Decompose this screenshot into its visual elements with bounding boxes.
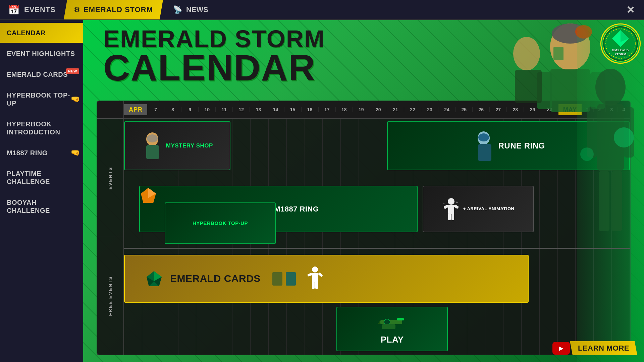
main-layout: CALENDAR EVENT HIGHLIGHTS EMERALD CARDS … (0, 20, 644, 362)
free-events-row-label: FREE EVENTS (97, 237, 123, 355)
sidebar-item-booyah-challenge[interactable]: BOOYAH CHALLENGE (0, 192, 83, 221)
grid-body: EVENTS FREE EVENTS (97, 119, 630, 355)
may-dates: 1234 (582, 107, 630, 112)
apr-date-7: 7 (147, 107, 164, 112)
learn-more-button[interactable]: LEARN MORE (570, 341, 637, 355)
nav-events-section: 📅 EVENTS (0, 0, 64, 19)
svg-marker-60 (378, 320, 380, 324)
sidebar-item-event-highlights[interactable]: EVENT HIGHLIGHTS (0, 44, 83, 64)
hyperbook-topup-label: HYPERBOOK TOP-UP (193, 220, 248, 226)
apr-date-16: 16 (302, 107, 319, 112)
hand-icon-2: 🤜 (71, 148, 80, 157)
nav-active-tab-label: EMERALD STORM (84, 5, 153, 14)
sidebar-item-m1887-ring[interactable]: M1887 RING 🤜 (0, 143, 83, 163)
apr-date-30: 30 (541, 107, 558, 112)
apr-date-8: 8 (164, 107, 181, 112)
svg-rect-39 (448, 205, 454, 214)
title-banner: EMERALD STORM CALENDAR (103, 27, 325, 84)
svg-rect-50 (272, 272, 282, 286)
rune-ring-label: RUNE RING (498, 141, 545, 150)
mystery-shop-label: MYSTERY SHOP (166, 142, 213, 149)
m1887-ring-label: M1887 RING (274, 205, 319, 214)
sidebar-item-emerald-cards[interactable]: EMERALD CARDS NEW (0, 64, 83, 84)
calendar-grid-container: APR 789101112131415161718192021222324252… (97, 101, 631, 355)
apr-date-25: 25 (455, 107, 473, 112)
arrival-animation-event[interactable]: + ✦ + ARRIVAL ANIMATION (423, 186, 534, 232)
mystery-shop-event[interactable]: MYSTERY SHOP (124, 121, 230, 170)
svg-rect-51 (286, 272, 296, 286)
svg-rect-29 (146, 145, 159, 159)
svg-rect-17 (515, 70, 542, 103)
may-label: MAY (558, 104, 582, 115)
hyperbook-topup-event[interactable]: HYPERBOOK TOP-UP (165, 202, 276, 244)
svg-rect-43 (451, 214, 454, 220)
free-events-section: EMERALD CARDS (124, 248, 630, 355)
svg-rect-32 (478, 144, 491, 161)
youtube-play-icon: ▶ (559, 345, 564, 352)
youtube-learn-more-section: ▶ LEARN MORE (552, 341, 637, 355)
sidebar-item-hyperbook-intro[interactable]: HYPERBOOK INTRODUCTION (0, 114, 83, 142)
svg-rect-42 (448, 214, 451, 220)
apr-date-28: 28 (507, 107, 524, 112)
events-row-label: EVENTS (97, 119, 123, 237)
apr-dates: 7891011121314151617181920212223242526272… (147, 107, 558, 112)
svg-point-16 (513, 37, 540, 70)
emerald-cards-event[interactable]: EMERALD CARDS (124, 255, 529, 303)
sidebar-item-playtime-challenge[interactable]: PLAYTIME CHALLENGE (0, 164, 83, 192)
play-event[interactable]: PLAY (336, 307, 448, 351)
nav-news-tab[interactable]: 📡 NEWS (163, 0, 218, 19)
may-date-3: 3 (606, 107, 618, 112)
svg-text:EMERALD: EMERALD (612, 49, 629, 52)
sidebar-item-calendar[interactable]: CALENDAR (0, 23, 83, 43)
close-button[interactable]: ✕ (617, 4, 644, 16)
diamond-icon (139, 186, 158, 206)
grid-content: MYSTERY SHOP RUNE RING (124, 119, 630, 355)
date-spacer (97, 101, 124, 118)
svg-point-30 (147, 134, 158, 142)
apr-label: APR (124, 104, 147, 115)
youtube-icon[interactable]: ▶ (552, 342, 570, 355)
nav-events-label: EVENTS (24, 5, 56, 14)
apr-date-18: 18 (336, 107, 353, 112)
apr-date-10: 10 (199, 107, 216, 112)
apr-date-9: 9 (181, 107, 199, 112)
svg-rect-55 (318, 272, 323, 277)
may-date-4: 4 (618, 107, 630, 112)
svg-point-52 (312, 266, 318, 273)
apr-date-19: 19 (353, 107, 370, 112)
svg-point-33 (478, 133, 489, 141)
apr-date-20: 20 (370, 107, 387, 112)
apr-date-14: 14 (267, 107, 284, 112)
apr-date-17: 17 (319, 107, 336, 112)
section-divider (124, 248, 630, 249)
may-date-1: 1 (582, 107, 594, 112)
play-label: PLAY (381, 335, 404, 345)
apr-date-12: 12 (233, 107, 250, 112)
nav-emerald-storm-tab[interactable]: ⚙ EMERALD STORM (64, 0, 163, 19)
apr-date-29: 29 (524, 107, 541, 112)
svg-rect-57 (315, 282, 318, 289)
svg-rect-15 (553, 47, 564, 60)
svg-rect-62 (382, 324, 395, 329)
row-labels: EVENTS FREE EVENTS (97, 119, 124, 355)
content-area: EMERALD STORM CALENDAR (83, 20, 644, 362)
svg-point-1 (595, 69, 626, 106)
date-header-row: APR 789101112131415161718192021222324252… (97, 101, 630, 119)
svg-text:+: + (443, 202, 445, 205)
svg-point-13 (552, 23, 589, 44)
apr-date-24: 24 (438, 107, 455, 112)
rune-ring-event[interactable]: RUNE RING (387, 121, 630, 170)
svg-rect-41 (453, 204, 459, 209)
apr-date-11: 11 (216, 107, 233, 112)
new-badge: NEW (66, 68, 79, 74)
sidebar-item-hyperbook-topup[interactable]: HYPERBOOK TOP-UP 🤜 (0, 85, 83, 113)
svg-rect-54 (307, 273, 313, 277)
emerald-storm-badge: EMERALD STORM (600, 23, 641, 64)
arrival-animation-label: + ARRIVAL ANIMATION (463, 206, 515, 212)
svg-point-14 (575, 25, 592, 39)
apr-date-15: 15 (284, 107, 302, 112)
svg-rect-40 (443, 204, 449, 209)
sidebar: CALENDAR EVENT HIGHLIGHTS EMERALD CARDS … (0, 20, 83, 362)
apr-date-22: 22 (404, 107, 421, 112)
apr-date-13: 13 (250, 107, 267, 112)
